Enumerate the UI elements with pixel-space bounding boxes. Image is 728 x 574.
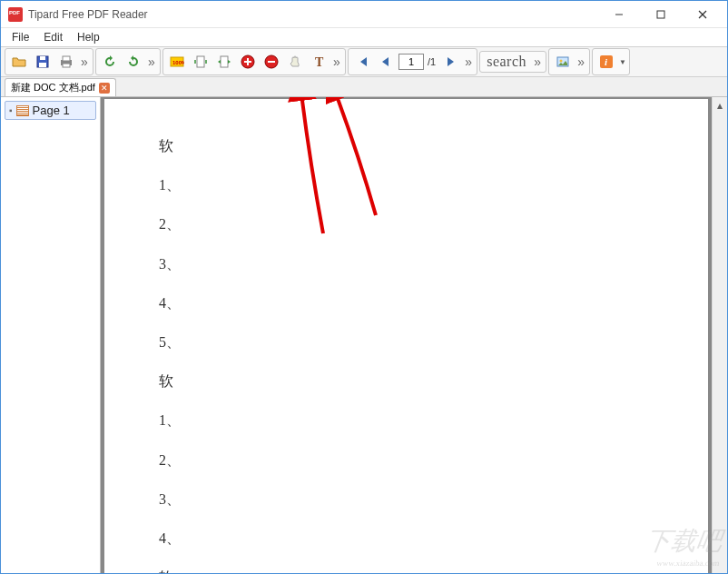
- fit-width-button[interactable]: [213, 51, 235, 73]
- page-number-input[interactable]: [398, 54, 424, 70]
- text-line: 软: [159, 126, 654, 165]
- svg-rect-1: [657, 11, 664, 18]
- info-button[interactable]: i: [595, 51, 617, 73]
- menu-file[interactable]: File: [5, 29, 36, 45]
- svg-rect-9: [63, 64, 70, 67]
- search-group-more[interactable]: »: [532, 54, 543, 69]
- svg-rect-13: [221, 56, 228, 67]
- titlebar: Tipard Free PDF Reader: [1, 1, 727, 28]
- main-area: ▪ Page 1 软 1、 2、 3、 4、 5、 软 1、 2、 3、 4、: [1, 97, 727, 573]
- rotate-right-button[interactable]: [123, 51, 144, 73]
- text-line: 5、: [159, 322, 654, 361]
- text-line: 3、: [159, 244, 654, 283]
- nav-group-more[interactable]: »: [463, 54, 474, 69]
- text-line: 1、: [159, 165, 654, 204]
- prev-page-button[interactable]: [375, 51, 397, 73]
- file-group-more[interactable]: »: [79, 54, 90, 69]
- svg-rect-6: [39, 63, 46, 67]
- actual-size-button[interactable]: 100%: [166, 51, 188, 73]
- thumbnail-sidebar: ▪ Page 1: [1, 97, 101, 573]
- info-dropdown-icon[interactable]: ▼: [619, 58, 626, 66]
- vertical-scrollbar[interactable]: ▴ ▾: [712, 97, 727, 574]
- pdf-page: 软 1、 2、 3、 4、 5、 软 1、 2、 3、 4、 软: [104, 99, 708, 574]
- zoom-group: 100% T »: [162, 48, 346, 75]
- menu-help[interactable]: Help: [70, 29, 107, 45]
- text-line: 2、: [159, 204, 654, 243]
- open-button[interactable]: [8, 51, 30, 73]
- app-icon: [8, 7, 23, 22]
- document-tab[interactable]: 新建 DOC 文档.pdf ✕: [5, 78, 116, 96]
- print-button[interactable]: [55, 51, 77, 73]
- maximize-button[interactable]: [640, 2, 682, 27]
- text-line: 软: [159, 558, 654, 574]
- tab-filename: 新建 DOC 文档.pdf: [11, 81, 95, 94]
- document-tabstrip: 新建 DOC 文档.pdf ✕: [1, 77, 727, 97]
- page-icon: [16, 105, 29, 116]
- svg-rect-5: [40, 56, 45, 60]
- svg-rect-8: [63, 56, 70, 61]
- text-line: 2、: [159, 440, 654, 480]
- svg-point-21: [560, 60, 563, 63]
- text-line: 1、: [159, 401, 654, 440]
- window-title: Tipard Free PDF Reader: [28, 8, 598, 21]
- text-line: 3、: [159, 480, 654, 519]
- thumbnail-label: Page 1: [33, 104, 70, 117]
- svg-rect-12: [197, 56, 204, 67]
- document-area: 软 1、 2、 3、 4、 5、 软 1、 2、 3、 4、 软: [101, 97, 727, 573]
- file-group: »: [5, 48, 93, 75]
- minimize-button[interactable]: [598, 2, 640, 27]
- rotate-group: »: [95, 48, 161, 75]
- rotate-group-more[interactable]: »: [146, 54, 157, 69]
- search-group: search »: [479, 51, 546, 73]
- rotate-left-button[interactable]: [99, 51, 121, 73]
- close-button[interactable]: [682, 2, 723, 27]
- text-line: 4、: [159, 283, 654, 322]
- document-viewport[interactable]: 软 1、 2、 3、 4、 5、 软 1、 2、 3、 4、 软: [101, 97, 712, 574]
- hand-tool-button[interactable]: [284, 51, 306, 73]
- menubar: File Edit Help: [1, 28, 727, 46]
- page-thumbnail-1[interactable]: ▪ Page 1: [5, 101, 96, 120]
- tab-close-icon[interactable]: ✕: [99, 83, 110, 94]
- snapshot-group-more[interactable]: »: [576, 54, 586, 69]
- scroll-up-icon[interactable]: ▴: [713, 97, 727, 113]
- zoom-in-button[interactable]: [237, 51, 259, 73]
- snapshot-button[interactable]: [552, 51, 574, 73]
- search-label[interactable]: search: [483, 54, 530, 70]
- zoom-group-more[interactable]: »: [331, 54, 342, 69]
- window-controls: [598, 2, 723, 27]
- save-button[interactable]: [32, 51, 54, 73]
- snapshot-group: »: [548, 48, 590, 75]
- first-page-button[interactable]: [351, 51, 373, 73]
- text-line: 软: [159, 361, 654, 401]
- nav-group: /1 »: [348, 48, 477, 75]
- text-line: 4、: [159, 519, 654, 558]
- tree-collapse-icon: ▪: [9, 105, 13, 115]
- zoom-out-button[interactable]: [261, 51, 282, 73]
- text-select-button[interactable]: T: [308, 51, 330, 73]
- fit-page-button[interactable]: [190, 51, 212, 73]
- page-total-label: /1: [426, 56, 438, 67]
- svg-text:100%: 100%: [172, 60, 184, 65]
- info-group: i ▼: [592, 48, 630, 75]
- next-page-button[interactable]: [439, 51, 461, 73]
- menu-edit[interactable]: Edit: [36, 29, 70, 45]
- toolbar: » » 100% T » /1 » search » » i ▼: [1, 46, 727, 77]
- svg-text:T: T: [315, 55, 324, 69]
